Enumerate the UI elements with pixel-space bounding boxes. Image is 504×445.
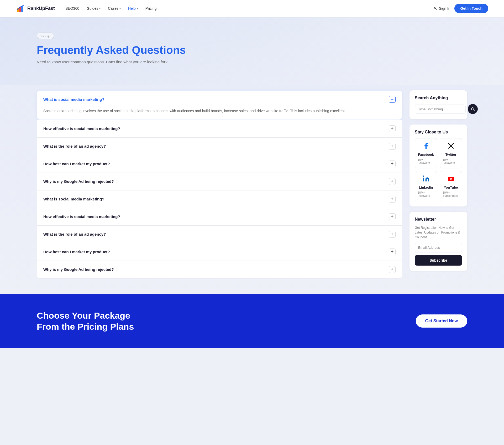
search-input[interactable] bbox=[415, 105, 466, 114]
faq-question-toggle[interactable]: What is social media marketing? − bbox=[37, 91, 402, 108]
social-title: Stay Close to Us bbox=[415, 130, 462, 134]
nav-cases[interactable]: Cases▾ bbox=[108, 6, 121, 11]
main-content: What is social media marketing? − Social… bbox=[0, 85, 504, 294]
faq-item: Why is my Google Ad being rejected? + bbox=[37, 173, 402, 190]
faq-item: What is social media marketing? − Social… bbox=[37, 90, 402, 120]
cta-title: Choose Your Package From the Pricing Pla… bbox=[37, 310, 147, 332]
nav-guides[interactable]: Guides▾ bbox=[87, 6, 101, 11]
get-started-button[interactable]: Get Started Now bbox=[416, 314, 467, 328]
faq-title: Frequently Asked Questions bbox=[37, 44, 467, 56]
faq-question-toggle[interactable]: How best can I market my product? + bbox=[37, 155, 402, 173]
user-icon bbox=[433, 6, 437, 11]
svg-rect-7 bbox=[423, 178, 424, 182]
faq-item: How best can I market my product? + bbox=[37, 155, 402, 173]
email-input[interactable] bbox=[415, 243, 462, 252]
faq-item: How effective is social media marketing?… bbox=[37, 120, 402, 138]
linkedin-icon bbox=[422, 175, 430, 184]
get-in-touch-button[interactable]: Get In Touch bbox=[454, 4, 488, 13]
twitter-social-item[interactable]: Twitter 10M+ Followers bbox=[440, 138, 462, 168]
svg-line-6 bbox=[474, 110, 475, 111]
search-card: Search Anything bbox=[410, 90, 467, 119]
nav-pricing[interactable]: Pricing bbox=[145, 6, 157, 11]
faq-expand-icon[interactable]: + bbox=[389, 161, 396, 167]
faq-item: What is the role of an ad agency? + bbox=[37, 138, 402, 155]
faq-item: What is social media marketing? + bbox=[37, 190, 402, 208]
sidebar: Search Anything Stay Close to Us bbox=[410, 90, 467, 271]
search-button[interactable] bbox=[468, 104, 478, 114]
newsletter-card: Newsletter Get Registration Now to Get L… bbox=[410, 212, 467, 271]
faq-expand-icon[interactable]: + bbox=[389, 125, 396, 132]
faq-collapse-icon[interactable]: − bbox=[389, 96, 396, 103]
svg-rect-3 bbox=[21, 6, 23, 12]
social-card: Stay Close to Us Facebook 10M+ Followers bbox=[410, 125, 467, 206]
nav-links: SEO360 Guides▾ Cases▾ Help▾ Pricing bbox=[65, 6, 433, 11]
svg-point-5 bbox=[471, 108, 474, 110]
nav-right: Sign In Get In Touch bbox=[433, 4, 488, 13]
faq-subtitle: Need to know user common questions. Can'… bbox=[37, 60, 467, 64]
sign-in-button[interactable]: Sign In bbox=[433, 6, 450, 11]
faq-question-toggle[interactable]: What is the role of an ad agency? + bbox=[37, 138, 402, 155]
faq-expand-icon[interactable]: + bbox=[389, 178, 396, 185]
faq-expand-icon[interactable]: + bbox=[389, 231, 396, 238]
logo-text: RankUpFast bbox=[27, 6, 55, 11]
faq-expand-icon[interactable]: + bbox=[389, 143, 396, 150]
newsletter-desc: Get Registration Now to Get Latest Updat… bbox=[415, 225, 462, 240]
linkedin-social-item[interactable]: Linkedin 10M+ Followers bbox=[415, 171, 437, 201]
faq-expand-icon[interactable]: + bbox=[389, 249, 396, 255]
svg-point-4 bbox=[434, 7, 436, 8]
faq-expand-icon[interactable]: + bbox=[389, 213, 396, 220]
youtube-social-item[interactable]: YouTube 10M+ Subscribers bbox=[440, 171, 462, 201]
faq-question-toggle[interactable]: Why is my Google Ad being rejected? + bbox=[37, 261, 402, 278]
twitter-icon bbox=[447, 142, 455, 151]
facebook-icon bbox=[422, 142, 430, 151]
faq-list: What is social media marketing? − Social… bbox=[37, 90, 402, 278]
logo-icon bbox=[16, 4, 25, 13]
faq-question-toggle[interactable]: How effective is social media marketing?… bbox=[37, 120, 402, 137]
social-grid: Facebook 10M+ Followers Twitter 10M+ Fol… bbox=[415, 138, 462, 201]
nav-help[interactable]: Help▾ bbox=[128, 6, 138, 11]
facebook-social-item[interactable]: Facebook 10M+ Followers bbox=[415, 138, 437, 168]
logo[interactable]: RankUpFast bbox=[16, 4, 55, 13]
faq-question-toggle[interactable]: How effective is social media marketing?… bbox=[37, 208, 402, 225]
faq-question-toggle[interactable]: What is the role of an ad agency? + bbox=[37, 226, 402, 243]
newsletter-title: Newsletter bbox=[415, 217, 462, 222]
navbar: RankUpFast SEO360 Guides▾ Cases▾ Help▾ P… bbox=[0, 0, 504, 17]
search-icon bbox=[471, 107, 475, 111]
faq-question-toggle[interactable]: What is social media marketing? + bbox=[37, 190, 402, 208]
nav-seo360[interactable]: SEO360 bbox=[65, 6, 79, 11]
faq-item: What is the role of an ad agency? + bbox=[37, 226, 402, 243]
faq-question-toggle[interactable]: Why is my Google Ad being rejected? + bbox=[37, 173, 402, 190]
search-title: Search Anything bbox=[415, 96, 462, 100]
youtube-icon bbox=[447, 175, 455, 184]
svg-point-8 bbox=[423, 175, 424, 177]
page-hero: F.A.Q. Frequently Asked Questions Need t… bbox=[0, 17, 504, 85]
faq-answer: Social media marketing involves the use … bbox=[37, 108, 402, 120]
faq-badge: F.A.Q. bbox=[37, 33, 54, 39]
subscribe-button[interactable]: Subscribe bbox=[415, 255, 462, 266]
search-row bbox=[415, 104, 462, 114]
faq-item: Why is my Google Ad being rejected? + bbox=[37, 261, 402, 278]
faq-expand-icon[interactable]: + bbox=[389, 266, 396, 273]
faq-item: How best can I market my product? + bbox=[37, 243, 402, 261]
faq-question-toggle[interactable]: How best can I market my product? + bbox=[37, 243, 402, 261]
faq-expand-icon[interactable]: + bbox=[389, 196, 396, 203]
faq-item: How effective is social media marketing?… bbox=[37, 208, 402, 226]
cta-banner: Choose Your Package From the Pricing Pla… bbox=[0, 294, 504, 348]
